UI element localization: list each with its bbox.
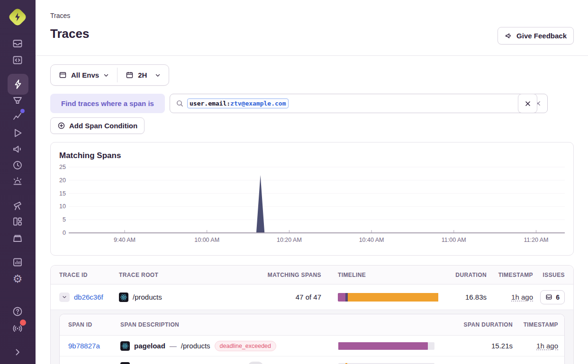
metrics-icon[interactable] [12,110,23,122]
col-span-description: SPAN DESCRIPTION [120,321,338,328]
col-timeline: TIMELINE [338,272,442,278]
span-description: /products [181,342,210,350]
span-status-badge: deadline_exceeded [215,341,276,351]
platform-icon-react [120,341,130,351]
trace-timeline-bar[interactable] [338,293,442,302]
whats-new-icon[interactable] [12,322,23,334]
crons-icon[interactable] [12,176,23,187]
page-header: Traces Traces Give Feedback [36,0,588,56]
time-range-label: 2H [138,71,147,79]
col-timestamp: TIMESTAMP [498,272,533,278]
traces-icon [12,79,24,90]
breadcrumb[interactable]: Traces [50,12,70,19]
give-feedback-label: Give Feedback [516,32,567,40]
platform-icon-go: GO [120,362,130,364]
plus-circle-icon [57,122,65,130]
add-span-condition-button[interactable]: Add Span Condition [50,117,145,134]
col-span-id: SPAN ID [68,321,120,328]
trace-timestamp[interactable]: 1h ago [511,293,533,301]
platform-icon-react [119,293,128,302]
environment-label: All Envs [71,71,99,79]
span-table-header: SPAN ID SPAN DESCRIPTION SPAN DURATION T… [60,314,564,336]
svg-text:20: 20 [59,177,66,184]
collapse-icon[interactable] [12,346,23,358]
col-span-duration: SPAN DURATION [464,321,513,328]
sentry-logo[interactable] [8,8,27,27]
span-row: b7a7e441 GO http.server — GET /organizat… [60,356,564,364]
trace-issues-button[interactable]: 6 [540,290,565,304]
trace-issues-count: 6 [556,293,560,301]
issues-icon[interactable] [12,38,23,49]
page-title: Traces [50,27,89,41]
close-icon [524,100,532,107]
span-condition-chip: Find traces where a span is [50,94,165,113]
main-content: Traces Traces Give Feedback All Envs 2H [36,0,588,364]
give-feedback-button[interactable]: Give Feedback [498,27,574,44]
chevron-down-icon [155,72,161,78]
span-table: SPAN ID SPAN DESCRIPTION SPAN DURATION T… [59,314,565,364]
svg-text:10:00 AM: 10:00 AM [194,237,219,243]
svg-text:11:20 AM: 11:20 AM [524,237,549,243]
svg-text:5: 5 [63,216,66,223]
trace-id-link[interactable]: db26c36f [74,293,103,301]
trace-row: db26c36f /products 47 of 47 16.83s 1h ag… [51,284,573,310]
token-key: user.email: [190,100,230,107]
matching-spans-value: 47 of 47 [296,293,321,301]
svg-text:11:00 AM: 11:00 AM [442,237,466,243]
discover-icon[interactable] [12,200,23,212]
span-op: pageload [134,342,165,350]
separator: — [170,342,177,350]
span-row: 9b78827a pageload — /products [60,336,564,356]
col-trace-root: TRACE ROOT [119,272,254,278]
search-input[interactable]: user.email:ztv@example.com [170,94,548,113]
time-range-selector[interactable]: 2H [118,65,169,85]
svg-text:10:20 AM: 10:20 AM [277,237,302,243]
svg-text:15: 15 [59,190,66,197]
help-icon[interactable] [12,306,23,317]
explore-icon[interactable] [12,54,23,66]
remove-condition-button[interactable] [518,94,537,113]
matching-spans-panel: Matching Spans 05101520259:40 AM10:00 AM… [50,142,574,256]
projects-icon[interactable] [12,232,23,244]
trace-expanded-area: SPAN ID SPAN DESCRIPTION SPAN DURATION T… [51,310,573,364]
releases-icon[interactable] [12,160,23,171]
metrics-alert-dot [20,109,25,113]
col-duration: DURATION [455,272,487,278]
settings-icon[interactable]: ⚙ [12,273,23,284]
replays-icon[interactable] [12,127,23,139]
trace-root-label: /products [133,293,162,301]
trace-table-panel: TRACE ID TRACE ROOT MATCHING SPANS TIMEL… [50,265,574,364]
col-issues: ISSUES [543,272,565,278]
feedback-icon[interactable] [12,143,23,155]
svg-text:10: 10 [59,203,66,210]
col-matching-spans: MATCHING SPANS [268,272,321,278]
svg-text:9:40 AM: 9:40 AM [114,237,136,243]
matching-spans-chart[interactable]: 05101520259:40 AM10:00 AM10:20 AM10:40 A… [51,142,573,255]
trace-table-header: TRACE ID TRACE ROOT MATCHING SPANS TIMEL… [51,266,573,284]
svg-text:0: 0 [63,230,66,236]
traces-nav-active[interactable] [8,74,28,95]
logo-bolt [12,11,23,23]
issues-icon [545,293,552,301]
megaphone-icon [505,32,513,40]
environment-selector[interactable]: All Envs [51,65,117,85]
trace-duration: 16.83s [465,293,487,301]
dashboards-icon[interactable] [12,216,23,227]
span-status-badge: ok [248,362,263,364]
environment-icon [59,71,67,79]
whats-new-dot [20,320,26,326]
col-span-timestamp: TIMESTAMP [524,321,558,328]
collapse-trace-button[interactable] [59,293,70,302]
svg-text:25: 25 [59,164,66,170]
profiling-icon[interactable] [12,95,23,106]
chevron-down-icon [62,294,67,300]
span-id-link[interactable]: 9b78827a [68,342,100,350]
search-icon [176,99,184,107]
stats-icon[interactable] [12,257,23,268]
chevron-down-icon [103,72,109,78]
search-token[interactable]: user.email:ztv@example.com [187,98,289,108]
span-timestamp[interactable]: 1h ago [536,342,558,350]
span-duration: 15.21s [491,342,513,350]
span-duration-bar[interactable] [338,342,434,350]
filter-bar: All Envs 2H [50,64,169,86]
